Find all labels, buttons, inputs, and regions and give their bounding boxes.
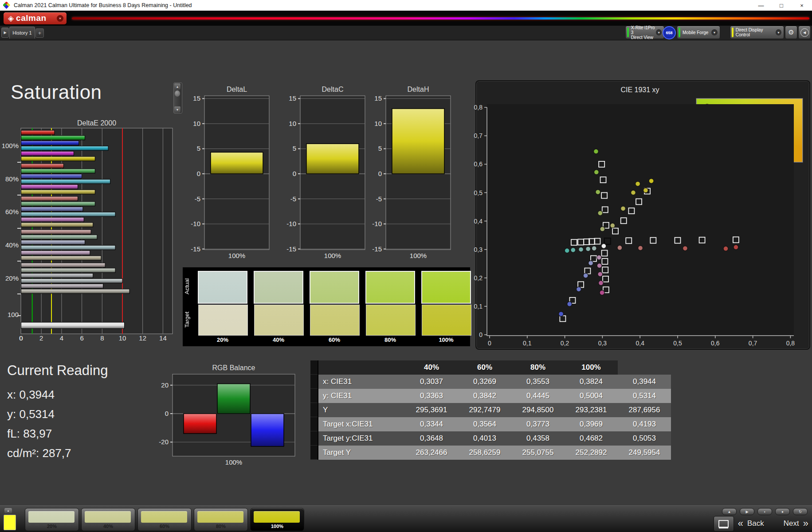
svg-text:15: 15 xyxy=(193,94,200,102)
back-button[interactable]: Back xyxy=(747,519,764,528)
scrollbar-thumb[interactable] xyxy=(175,90,180,97)
svg-text:20%: 20% xyxy=(5,274,19,282)
svg-text:4: 4 xyxy=(60,334,63,342)
swatch-label: 20% xyxy=(198,336,247,343)
add-tab-button[interactable]: + xyxy=(35,28,44,38)
back-chevrons-icon[interactable]: « xyxy=(738,519,743,528)
source-status-accent xyxy=(679,27,680,37)
table-cell: 0,4193 xyxy=(618,417,671,431)
table-row: Target y:CIE310,36480,40130,43580,46820,… xyxy=(310,431,671,446)
patch-label: 60% xyxy=(138,524,191,529)
svg-text:8: 8 xyxy=(100,334,104,342)
next-chevrons-icon[interactable]: » xyxy=(803,519,808,528)
svg-text:0: 0 xyxy=(378,170,382,177)
settings-button[interactable]: ⚙ xyxy=(785,26,797,39)
row-label: x: CIE31 xyxy=(318,375,405,389)
svg-text:RGB Balance: RGB Balance xyxy=(212,364,255,372)
patch-button-60%[interactable]: 60% xyxy=(137,508,192,531)
svg-text:10: 10 xyxy=(193,120,200,127)
tab-history-1[interactable]: History 1 xyxy=(9,27,35,39)
table-cell: 0,4445 xyxy=(511,389,565,403)
monitor-icon xyxy=(718,520,729,528)
meter-mode: Direct View xyxy=(631,35,656,40)
patch-swatch xyxy=(85,511,131,523)
svg-text:0: 0 xyxy=(19,334,23,342)
table-cell: 0,3363 xyxy=(405,389,458,403)
table-cell: 0,3842 xyxy=(458,389,511,403)
display-button[interactable] xyxy=(714,516,734,532)
patch-button-40%[interactable]: 40% xyxy=(81,508,135,531)
table-cell: 0,5314 xyxy=(618,389,671,403)
svg-text:DeltaL: DeltaL xyxy=(227,86,247,93)
view-button[interactable]: ● xyxy=(775,508,790,515)
refresh-button[interactable]: ↻ xyxy=(793,508,808,515)
current-reading-panel: Current Reading x: 0,3944y: 0,5314fL: 83… xyxy=(7,363,108,463)
target-swatch xyxy=(310,305,360,336)
svg-text:-5: -5 xyxy=(195,195,200,203)
close-icon[interactable]: × xyxy=(792,0,812,11)
display-control-dropdown[interactable]: Direct Display Control ▼ xyxy=(730,26,784,39)
save-button[interactable]: ▪ xyxy=(757,508,772,515)
table-cell: 0,3037 xyxy=(405,375,458,389)
svg-text:DeltaE 2000: DeltaE 2000 xyxy=(77,119,116,127)
table-cell: 0,3269 xyxy=(458,375,511,389)
inset-measurement-dot xyxy=(704,104,710,110)
tab-arrow-icon: ▶ xyxy=(4,31,6,35)
current-reading-title: Current Reading xyxy=(7,363,108,379)
target-row-label: Target xyxy=(184,305,193,335)
svg-text:DeltaC: DeltaC xyxy=(322,86,344,93)
maximize-icon[interactable]: □ xyxy=(771,0,792,11)
svg-text:5: 5 xyxy=(378,145,382,152)
patch-button-20%[interactable]: 20% xyxy=(25,508,79,531)
row-label: Target x:CIE31 xyxy=(318,417,405,431)
actual-row-label: Actual xyxy=(184,271,193,302)
scroll-down-icon[interactable]: ▼ xyxy=(174,106,180,113)
actual-swatch xyxy=(254,271,303,304)
next-button[interactable]: Next xyxy=(784,519,799,528)
svg-text:100%: 100% xyxy=(2,142,19,149)
tab-scroll-left-button[interactable]: ▶ xyxy=(1,27,9,38)
column-header-80%: 80% xyxy=(511,360,565,375)
left-arrow-icon: ◀ xyxy=(803,31,806,35)
chevron-down-icon: ▼ xyxy=(656,29,662,35)
bottom-toolbar: ▲ 20%40%60%80%100% ▲ ▶ ▪ ● ↻ « Back Next… xyxy=(0,505,812,532)
svg-text:2: 2 xyxy=(39,334,43,342)
swatch-column-100%: 100% xyxy=(421,267,471,346)
patch-swatch xyxy=(28,511,75,523)
scroll-up-icon[interactable]: ▲ xyxy=(174,83,180,90)
svg-text:10: 10 xyxy=(119,334,126,342)
table-row: Y295,3691292,7479294,8500293,2381287,695… xyxy=(310,403,671,417)
reading-cdm: cd/m²: 287,7 xyxy=(7,443,108,463)
meter-dropdown[interactable]: X-Rite i1Pro 3 Direct View ▼ xyxy=(625,26,664,39)
calman-menu-button[interactable]: ◈ calman ▼ xyxy=(4,12,67,24)
svg-text:-15: -15 xyxy=(191,245,200,253)
svg-text:100%: 100% xyxy=(225,458,242,466)
column-header-60%: 60% xyxy=(458,360,511,375)
play-button[interactable]: ▶ xyxy=(740,508,754,515)
column-header-100%: 100% xyxy=(565,360,618,375)
minimize-icon[interactable]: — xyxy=(751,0,771,11)
swatch-label: 100% xyxy=(421,336,471,343)
up-button[interactable]: ▲ xyxy=(722,508,737,515)
table-row: Target x:CIE310,33440,35640,37730,39690,… xyxy=(310,417,671,431)
chart-scrollbar[interactable]: ▲ ▼ xyxy=(173,82,182,113)
patch-label: 80% xyxy=(194,524,247,529)
chevron-down-icon: ▼ xyxy=(57,15,63,22)
target-swatch xyxy=(254,305,304,336)
svg-text:15: 15 xyxy=(289,94,296,102)
actual-swatch xyxy=(310,271,359,304)
collapse-panel-button[interactable]: ◀ xyxy=(798,26,811,39)
patch-button-100%[interactable]: 100% xyxy=(250,508,304,531)
window-title: Calman 2021 Calman Ultimate for Business… xyxy=(14,2,192,8)
swatch-column-40%: 40% xyxy=(254,267,303,346)
actual-swatch xyxy=(421,271,471,304)
expand-patch-button[interactable]: ▲ xyxy=(4,508,12,513)
actual-swatch xyxy=(365,271,415,304)
source-dropdown[interactable]: Mobile Forge ▼ xyxy=(677,26,720,39)
svg-text:6: 6 xyxy=(80,334,83,342)
table-cell: 0,4358 xyxy=(511,431,565,446)
gear-icon: ⚙ xyxy=(788,28,794,36)
current-patch-preview xyxy=(4,515,16,530)
patch-button-80%[interactable]: 80% xyxy=(194,508,248,531)
table-cell: 0,3824 xyxy=(565,375,618,389)
